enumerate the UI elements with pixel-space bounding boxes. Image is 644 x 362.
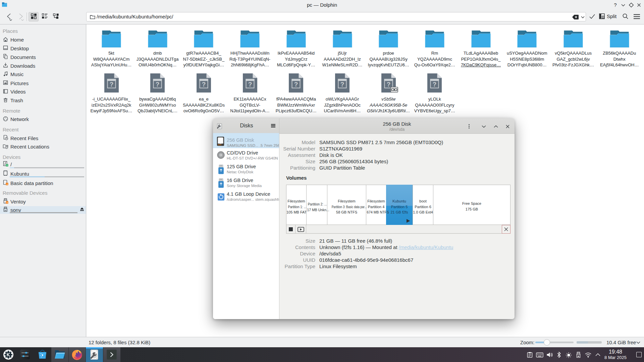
svg-text:?: ? (109, 81, 113, 88)
svg-text:?: ? (202, 81, 206, 88)
svg-text:?: ? (386, 81, 390, 88)
svg-text:?: ? (248, 81, 252, 88)
svg-text:?: ? (340, 81, 344, 88)
svg-text:?: ? (433, 81, 437, 88)
svg-text:?: ? (294, 81, 298, 88)
svg-text:?: ? (156, 81, 160, 88)
svg-text:?: ? (614, 3, 616, 8)
